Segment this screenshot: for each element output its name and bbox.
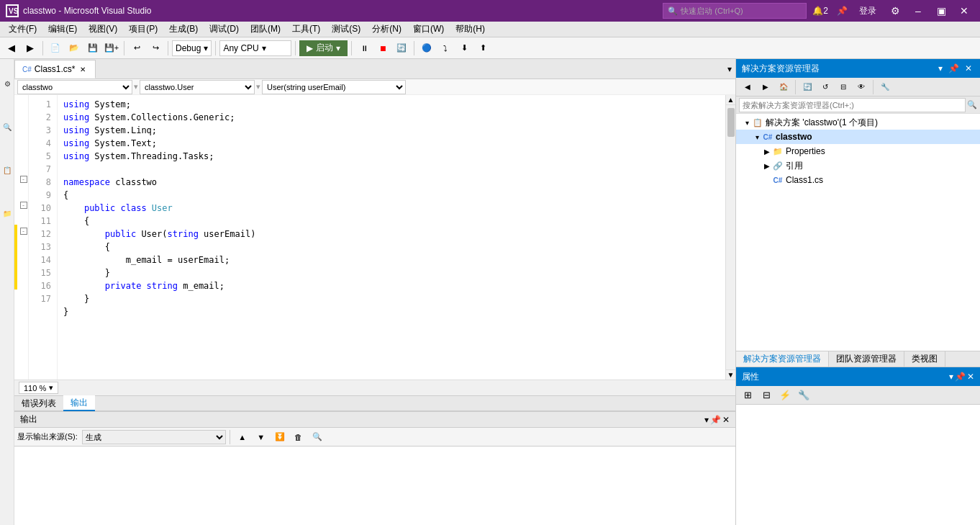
tab-error-list[interactable]: 错误列表 [14, 395, 63, 411]
quick-launch-box[interactable]: 🔍 快速启动 (Ctrl+Q) [663, 3, 807, 19]
output-scroll-bottom-button[interactable]: ⏬ [271, 428, 289, 446]
tab-class-view[interactable]: 类视图 [904, 351, 945, 367]
scroll-down-button[interactable]: ▼ [726, 369, 736, 380]
menu-edit[interactable]: 编辑(E) [42, 22, 83, 37]
start-button[interactable]: ▶ 启动 ▾ [299, 40, 348, 56]
scroll-thumb[interactable] [727, 108, 735, 137]
prop-close-button[interactable]: ✕ [967, 372, 974, 382]
redo-button[interactable]: ↪ [147, 40, 164, 57]
references-expand-icon[interactable]: ▶ [762, 162, 772, 170]
fold-icon-line11[interactable]: - [19, 225, 28, 238]
menu-window[interactable]: 窗口(W) [407, 22, 450, 37]
se-refresh-button[interactable]: ↺ [817, 78, 834, 96]
se-properties-button[interactable]: 🔧 [876, 78, 894, 96]
se-close-button[interactable]: ✕ [963, 63, 974, 73]
menu-team[interactable]: 团队(M) [245, 22, 286, 37]
tab-solution-explorer[interactable]: 解决方案资源管理器 [736, 351, 829, 367]
tree-item-references[interactable]: ▶ 🔗 引用 [736, 158, 980, 173]
tab-close-button[interactable]: ✕ [78, 64, 88, 74]
back-button[interactable]: ◀ [3, 40, 20, 57]
new-file-button[interactable]: 📄 [47, 40, 64, 57]
step-over-button[interactable]: ⤵ [437, 40, 454, 57]
menu-tools[interactable]: 工具(T) [286, 22, 326, 37]
config-dropdown[interactable]: Debug ▾ [172, 40, 212, 56]
save-button[interactable]: 💾 [84, 40, 101, 57]
pin-icon[interactable]: 📌 [837, 6, 848, 16]
scroll-up-button[interactable]: ▲ [726, 95, 736, 105]
open-button[interactable]: 📂 [65, 40, 83, 57]
menu-analyze[interactable]: 分析(N) [366, 22, 407, 37]
step-out-button[interactable]: ⬆ [474, 40, 491, 57]
solution-expand-icon[interactable]: ▾ [742, 119, 752, 127]
prop-pin-button[interactable]: 📌 [955, 372, 966, 382]
notification-icon[interactable]: 🔔2 [812, 6, 828, 16]
menu-debug[interactable]: 调试(D) [204, 22, 245, 37]
breadcrumb-class-dropdown[interactable]: classtwo.User [140, 80, 255, 94]
code-content[interactable]: using System; using System.Collections.G… [58, 95, 725, 380]
step-into-button[interactable]: ⬇ [455, 40, 473, 57]
undo-button[interactable]: ↩ [128, 40, 145, 57]
restore-button[interactable]: ▣ [931, 1, 951, 21]
output-close-button[interactable]: ✕ [722, 415, 730, 425]
tree-item-solution[interactable]: ▾ 📋 解决方案 'classtwo'(1 个项目) [736, 115, 980, 130]
properties-expand-icon[interactable]: ▶ [762, 148, 772, 156]
breadcrumb-member-dropdown[interactable]: User(string userEmail) [262, 80, 406, 94]
output-clear-button[interactable]: 🗑 [290, 428, 307, 446]
save-all-button[interactable]: 💾+ [103, 40, 120, 57]
pause-button[interactable]: ⏸ [355, 40, 373, 57]
fold-icon-line9[interactable]: - [19, 199, 28, 212]
se-forward-button[interactable]: ▶ [757, 78, 774, 96]
restart-button[interactable]: 🔄 [393, 40, 410, 57]
platform-dropdown[interactable]: Any CPU ▾ [219, 40, 291, 56]
tab-team-explorer[interactable]: 团队资源管理器 [829, 351, 904, 367]
breakpoint-button[interactable]: 🔵 [418, 40, 435, 57]
output-source-select[interactable]: 生成 调试 [82, 430, 226, 444]
se-back-button[interactable]: ◀ [739, 78, 756, 96]
editor-tab-class1[interactable]: C# Class1.cs* ✕ [14, 60, 96, 78]
stop-button[interactable]: ⏹ [374, 40, 391, 57]
output-scroll-down-button[interactable]: ▼ [253, 428, 270, 446]
se-collapse-all-button[interactable]: ⊟ [835, 78, 852, 96]
tree-item-project[interactable]: ▾ C# classtwo [736, 130, 980, 144]
tab-output[interactable]: 输出 [63, 395, 95, 411]
menu-test[interactable]: 测试(S) [326, 22, 366, 37]
se-search-input[interactable] [739, 98, 966, 112]
line-num-14: 14 [29, 253, 51, 266]
prop-help-button[interactable]: 🔧 [795, 387, 812, 404]
left-strip-item-2[interactable]: 🔍 [1, 105, 14, 148]
output-pin-button[interactable]: 📌 [710, 415, 721, 425]
output-dock-button[interactable]: ▾ [704, 415, 709, 425]
tab-scroll-button[interactable]: ▾ [724, 60, 735, 78]
se-pin-button[interactable]: 📌 [946, 63, 961, 73]
se-sync-button[interactable]: 🔄 [799, 78, 816, 96]
left-strip-item-1[interactable]: ⚙ [1, 62, 14, 105]
forward-button[interactable]: ▶ [22, 40, 39, 57]
fold-icon-line7[interactable]: - [19, 173, 28, 186]
close-button[interactable]: ✕ [954, 1, 974, 21]
output-scroll-up-button[interactable]: ▲ [234, 428, 251, 446]
menu-file[interactable]: 文件(F) [3, 22, 42, 37]
prop-sort-button[interactable]: ⊟ [758, 387, 775, 404]
gear-icon[interactable]: ⚙ [885, 1, 905, 21]
menu-help[interactable]: 帮助(H) [450, 22, 491, 37]
project-expand-icon[interactable]: ▾ [752, 133, 762, 141]
se-dock-button[interactable]: ▾ [936, 63, 945, 73]
tree-item-properties[interactable]: ▶ 📁 Properties [736, 144, 980, 158]
prop-events-button[interactable]: ⚡ [776, 387, 794, 404]
left-strip-item-4[interactable]: 📁 [1, 192, 14, 235]
left-strip-item-3[interactable]: 📋 [1, 148, 14, 192]
vertical-scrollbar[interactable]: ▲ ▼ [725, 95, 735, 380]
output-find-button[interactable]: 🔍 [309, 428, 326, 446]
menu-view[interactable]: 视图(V) [83, 22, 123, 37]
signin-label[interactable]: 登录 [853, 5, 882, 17]
prop-dock-button[interactable]: ▾ [949, 372, 953, 382]
se-home-button[interactable]: 🏠 [775, 78, 792, 96]
menu-build[interactable]: 生成(B) [163, 22, 204, 37]
se-show-all-button[interactable]: 👁 [853, 78, 870, 96]
zoom-dropdown[interactable]: 110 % ▾ [19, 382, 58, 394]
breadcrumb-file-dropdown[interactable]: classtwo [17, 80, 132, 94]
minimize-button[interactable]: – [908, 1, 928, 21]
prop-grid-button[interactable]: ⊞ [739, 387, 756, 404]
menu-project[interactable]: 项目(P) [123, 22, 163, 37]
tree-item-class1[interactable]: C# Class1.cs [736, 173, 980, 187]
